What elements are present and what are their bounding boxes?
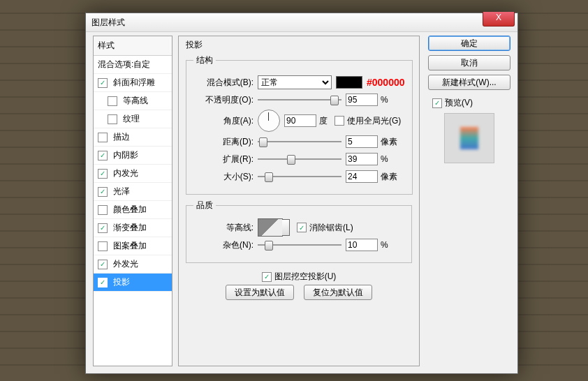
noise-slider[interactable] — [258, 240, 341, 250]
window-title: 图层样式 — [91, 17, 125, 29]
noise-input[interactable] — [346, 239, 378, 251]
style-item-checkbox[interactable] — [108, 96, 117, 106]
style-item-3[interactable]: 描边 — [94, 128, 172, 147]
noise-unit: % — [381, 240, 388, 250]
style-item-checkbox[interactable]: ✓ — [98, 169, 108, 179]
style-item-label: 内阴影 — [113, 149, 138, 161]
spread-label: 扩展(R): — [193, 154, 253, 165]
blend-mode-select[interactable]: 正常 — [258, 75, 332, 89]
angle-unit: 度 — [319, 115, 328, 127]
close-icon: X — [496, 13, 501, 22]
global-light-checkbox[interactable] — [335, 116, 344, 126]
opacity-unit: % — [381, 95, 388, 105]
spread-input[interactable] — [346, 153, 378, 165]
style-item-label: 图案叠加 — [113, 240, 147, 252]
style-item-label: 内发光 — [113, 167, 138, 179]
style-item-2[interactable]: 纹理 — [94, 110, 172, 128]
angle-dial[interactable] — [258, 110, 280, 132]
contour-label: 等高线: — [193, 222, 253, 234]
style-item-label: 描边 — [113, 131, 130, 143]
style-item-checkbox[interactable]: ✓ — [98, 187, 108, 197]
size-input[interactable] — [346, 170, 378, 183]
style-item-label: 投影 — [113, 276, 130, 288]
shadow-color-swatch[interactable] — [336, 76, 362, 89]
reset-default-button[interactable]: 复位为默认值 — [304, 285, 372, 300]
dialog-buttons: 确定 取消 新建样式(W)... ✓ 预览(V) — [428, 36, 510, 163]
quality-group: 品质 等高线: ✓ 消除锯齿(L) 杂色(N): % — [186, 200, 412, 263]
effect-panel: 投影 结构 混合模式(B): 正常 #000000 不透明度(O): % — [178, 36, 420, 366]
style-item-label: 外发光 — [113, 258, 138, 270]
style-item-4[interactable]: ✓内阴影 — [94, 147, 172, 165]
style-item-label: 斜面和浮雕 — [113, 77, 155, 89]
antialiased-checkbox[interactable]: ✓ — [297, 223, 307, 232]
style-item-checkbox[interactable] — [98, 241, 108, 251]
new-style-button[interactable]: 新建样式(W)... — [428, 75, 510, 90]
distance-label: 距离(D): — [193, 136, 253, 148]
style-item-6[interactable]: ✓光泽 — [94, 183, 172, 201]
size-unit: 像素 — [381, 171, 397, 183]
noise-label: 杂色(N): — [193, 239, 253, 251]
distance-input[interactable] — [346, 135, 378, 148]
preview-image — [460, 127, 478, 149]
style-item-11[interactable]: ✓投影 — [94, 274, 172, 292]
style-item-label: 光泽 — [113, 186, 130, 197]
style-item-1[interactable]: 等高线 — [94, 92, 172, 110]
style-item-7[interactable]: 颜色叠加 — [94, 201, 172, 219]
cancel-button[interactable]: 取消 — [428, 55, 510, 70]
structure-group: 结构 混合模式(B): 正常 #000000 不透明度(O): % 角 — [186, 54, 413, 195]
titlebar[interactable]: 图层样式 X — [86, 13, 517, 32]
styles-header[interactable]: 样式 — [94, 36, 172, 56]
global-light-label: 使用全局光(G) — [347, 115, 401, 127]
size-slider[interactable] — [258, 172, 341, 181]
color-hex-annotation: #000000 — [367, 77, 405, 88]
style-item-10[interactable]: ✓外发光 — [94, 255, 172, 274]
style-item-checkbox[interactable]: ✓ — [98, 78, 108, 88]
knockout-checkbox[interactable]: ✓ — [262, 272, 272, 282]
preview-checkbox[interactable]: ✓ — [432, 98, 442, 108]
structure-legend: 结构 — [193, 54, 216, 66]
contour-picker[interactable] — [258, 218, 283, 237]
style-item-checkbox[interactable]: ✓ — [98, 260, 108, 269]
panel-title: 投影 — [186, 39, 203, 51]
style-item-5[interactable]: ✓内发光 — [94, 165, 172, 183]
size-label: 大小(S): — [193, 171, 253, 183]
angle-label: 角度(A): — [193, 115, 253, 127]
opacity-label: 不透明度(O): — [193, 94, 253, 106]
layer-style-dialog: 图层样式 X 样式 混合选项:自定 ✓斜面和浮雕等高线纹理描边✓内阴影✓内发光✓… — [85, 13, 518, 374]
ok-button[interactable]: 确定 — [428, 36, 510, 51]
preview-label: 预览(V) — [445, 97, 473, 109]
style-item-checkbox[interactable]: ✓ — [98, 151, 108, 160]
close-button[interactable]: X — [483, 12, 515, 27]
blend-options-row[interactable]: 混合选项:自定 — [94, 56, 172, 74]
preview-thumbnail — [444, 113, 494, 163]
spread-unit: % — [381, 154, 388, 164]
style-item-label: 纹理 — [123, 113, 140, 125]
style-item-8[interactable]: ✓渐变叠加 — [94, 219, 172, 237]
spread-slider[interactable] — [258, 154, 341, 164]
style-item-checkbox[interactable] — [98, 133, 108, 142]
style-item-label: 等高线 — [123, 95, 148, 107]
style-item-0[interactable]: ✓斜面和浮雕 — [94, 74, 172, 92]
style-item-checkbox[interactable] — [108, 114, 117, 124]
style-item-label: 颜色叠加 — [113, 204, 147, 216]
quality-legend: 品质 — [193, 200, 216, 211]
antialiased-label: 消除锯齿(L) — [309, 222, 353, 234]
blend-mode-label: 混合模式(B): — [193, 77, 253, 89]
style-item-label: 渐变叠加 — [113, 222, 147, 234]
style-item-checkbox[interactable]: ✓ — [98, 223, 108, 233]
set-default-button[interactable]: 设置为默认值 — [226, 285, 294, 300]
distance-unit: 像素 — [381, 136, 397, 148]
distance-slider[interactable] — [258, 137, 341, 147]
style-item-checkbox[interactable]: ✓ — [98, 278, 108, 287]
opacity-slider[interactable] — [258, 95, 341, 105]
style-item-checkbox[interactable] — [98, 205, 108, 215]
angle-input[interactable] — [284, 114, 316, 127]
opacity-input[interactable] — [346, 94, 378, 106]
styles-list: 样式 混合选项:自定 ✓斜面和浮雕等高线纹理描边✓内阴影✓内发光✓光泽颜色叠加✓… — [93, 36, 172, 366]
knockout-label: 图层挖空投影(U) — [274, 271, 337, 283]
style-item-9[interactable]: 图案叠加 — [94, 237, 172, 255]
